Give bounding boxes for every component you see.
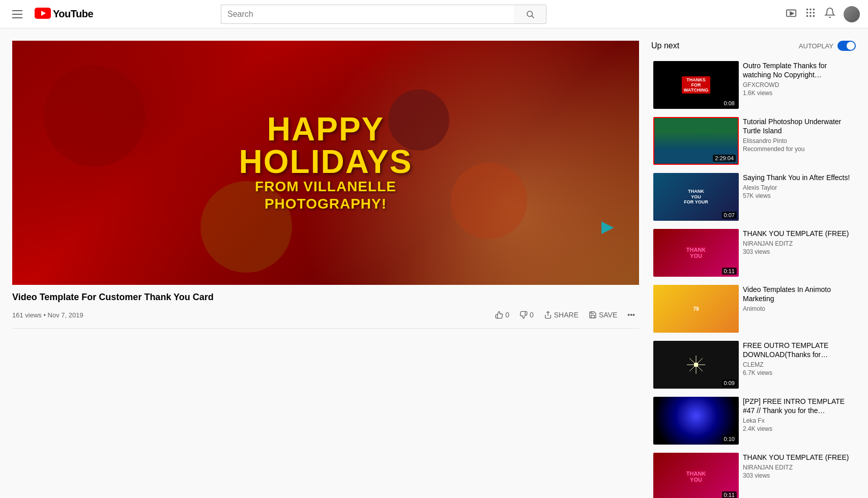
sidebar-item-meta: 303 views (743, 248, 854, 255)
sidebar-item-title: Outro Template Thanks for watching No Co… (743, 61, 854, 79)
like-count: 0 (505, 311, 509, 319)
header: YouTube (0, 0, 868, 28)
sidebar-item[interactable]: 2:29:04Tutorial Photoshop Underwater Tur… (651, 115, 856, 167)
save-label: SAVE (599, 311, 617, 319)
sidebar-item-channel: CLEMZ (743, 361, 854, 368)
sidebar-item-title: Video Templates In Animoto Marketing (743, 285, 854, 303)
header-right (786, 6, 860, 22)
svg-point-12 (806, 15, 808, 17)
svg-point-9 (806, 12, 808, 14)
video-player[interactable]: HAPPY HOLIDAYS FROM VILLANELLE PHOTOGRAP… (12, 41, 639, 285)
autoplay-label: AUTOPLAY (799, 42, 833, 50)
overlay-from: FROM VILLANELLE (239, 178, 413, 195)
sidebar-item[interactable]: 0:10[PZP] FREE INTRO TEMPLATE #47 // Tha… (651, 395, 856, 447)
search-input[interactable] (221, 5, 514, 24)
sidebar-item-channel: Alexis Taylor (743, 184, 854, 191)
sidebar-item-info: THANK YOU TEMPLATE (FREE)NIRANJAN EDITZ3… (743, 453, 854, 498)
svg-marker-5 (790, 12, 793, 15)
video-meta: 161 views • Nov 7, 2019 0 0 SHARE (12, 308, 639, 329)
sidebar-item[interactable]: THANKYOU0:11THANK YOU TEMPLATE (FREE)NIR… (651, 451, 856, 498)
dislike-button[interactable]: 0 (515, 308, 538, 322)
sidebar-item[interactable]: THANKSFORWATCHING0:08Outro Template Than… (651, 59, 856, 111)
sidebar-item-info: Tutorial Photoshop Underwater Turtle Isl… (743, 117, 854, 165)
sidebar-item-info: Saying Thank You in After Effects!Alexis… (743, 173, 854, 221)
youtube-logo-text: YouTube (53, 8, 93, 20)
sidebar-item-title: THANK YOU TEMPLATE (FREE) (743, 229, 854, 238)
svg-point-10 (809, 12, 812, 14)
sidebar-item[interactable]: 0:09FREE OUTRO TEMPLATE DOWNLOAD(Thanks … (651, 339, 856, 391)
svg-point-13 (809, 15, 812, 17)
thumb-duration: 0:11 (722, 491, 737, 498)
autoplay-toggle[interactable] (837, 41, 856, 51)
sidebar-item-channel: NIRANJAN EDITZ (743, 240, 854, 247)
sidebar-item-title: THANK YOU TEMPLATE (FREE) (743, 453, 854, 462)
svg-point-6 (806, 9, 808, 11)
svg-line-20 (689, 365, 696, 371)
sidebar-item-channel: NIRANJAN EDITZ (743, 464, 854, 471)
sidebar-item-channel: Elissandro Pinto (743, 137, 854, 144)
youtube-logo[interactable]: YouTube (35, 6, 93, 22)
sidebar-item-meta: Recommended for you (743, 145, 854, 153)
overlay-holidays: HOLIDAYS (239, 145, 413, 178)
sidebar-item[interactable]: THANKYOU0:11THANK YOU TEMPLATE (FREE)NIR… (651, 227, 856, 279)
sidebar-item-info: [PZP] FREE INTRO TEMPLATE #47 // Thank y… (743, 397, 854, 445)
video-overlay: HAPPY HOLIDAYS FROM VILLANELLE PHOTOGRAP… (239, 113, 413, 212)
video-title: Video Template For Customer Thank You Ca… (12, 291, 639, 304)
sidebar-item[interactable]: THANKYOUFOR YOUR0:07Saying Thank You in … (651, 171, 856, 223)
sidebar-item-meta: 303 views (743, 472, 854, 479)
svg-line-24 (696, 358, 703, 365)
up-next-label: Up next (651, 41, 679, 50)
sidebar-item-channel: GFXCROWD (743, 81, 854, 89)
video-section: HAPPY HOLIDAYS FROM VILLANELLE PHOTOGRAP… (12, 41, 639, 498)
sidebar-item-channel: Animoto (743, 305, 854, 312)
svg-line-22 (689, 358, 696, 365)
overlay-happy: HAPPY (239, 113, 413, 145)
more-button[interactable]: ••• (623, 308, 639, 322)
thumb-duration: 0:11 (722, 268, 737, 275)
sidebar-item-info: Outro Template Thanks for watching No Co… (743, 61, 854, 109)
sidebar-item-channel: Leka Fx (743, 417, 854, 424)
like-button[interactable]: 0 (491, 308, 513, 322)
search-button[interactable] (514, 5, 546, 24)
svg-point-8 (813, 9, 815, 11)
autoplay-controls: AUTOPLAY (799, 41, 856, 51)
apps-icon[interactable] (805, 7, 816, 21)
sidebar-list: THANKSFORWATCHING0:08Outro Template Than… (651, 59, 856, 498)
svg-line-3 (532, 16, 534, 18)
sidebar-item-info: Video Templates In Animoto MarketingAnim… (743, 285, 854, 333)
views-date: 161 views • Nov 7, 2019 (12, 311, 487, 319)
svg-line-18 (696, 365, 703, 371)
sidebar-item-meta: 1.6K views (743, 90, 854, 97)
sidebar-item-meta: 2.4K views (743, 425, 854, 432)
menu-button[interactable] (8, 6, 26, 22)
sidebar-item-title: [PZP] FREE INTRO TEMPLATE #47 // Thank y… (743, 397, 854, 415)
svg-point-11 (813, 12, 815, 14)
svg-point-14 (813, 15, 815, 17)
thumb-duration: 0:10 (722, 435, 737, 443)
video-info: Video Template For Customer Thank You Ca… (12, 285, 639, 335)
svg-point-7 (809, 9, 812, 11)
sidebar-item[interactable]: 79Video Templates In Animoto MarketingAn… (651, 283, 856, 335)
share-button[interactable]: SHARE (540, 308, 583, 322)
dislike-count: 0 (530, 311, 534, 319)
sidebar-item-title: FREE OUTRO TEMPLATE DOWNLOAD(Thanks for… (743, 341, 854, 359)
sidebar-header: Up next AUTOPLAY (651, 41, 856, 51)
sidebar-item-meta: 57K views (743, 192, 854, 199)
sidebar-item-meta: 6.7K views (743, 369, 854, 376)
youtube-logo-icon (35, 6, 51, 22)
video-actions: 0 0 SHARE SAVE ••• (491, 308, 639, 322)
upload-icon[interactable] (786, 7, 797, 21)
sidebar-item-title: Saying Thank You in After Effects! (743, 173, 854, 182)
thumb-duration: 0:09 (722, 379, 737, 387)
sidebar-item-info: FREE OUTRO TEMPLATE DOWNLOAD(Thanks for…… (743, 341, 854, 389)
user-avatar[interactable] (844, 6, 860, 22)
sidebar: Up next AUTOPLAY THANKSFORWATCHING0:08Ou… (651, 41, 856, 498)
share-label: SHARE (554, 311, 578, 319)
svg-point-2 (527, 11, 533, 17)
search-bar (221, 5, 546, 24)
notifications-icon[interactable] (824, 7, 835, 21)
save-button[interactable]: SAVE (585, 308, 621, 322)
main-content: HAPPY HOLIDAYS FROM VILLANELLE PHOTOGRAP… (0, 28, 868, 498)
thumb-duration: 2:29:04 (713, 155, 736, 162)
thumb-duration: 0:07 (722, 212, 737, 219)
